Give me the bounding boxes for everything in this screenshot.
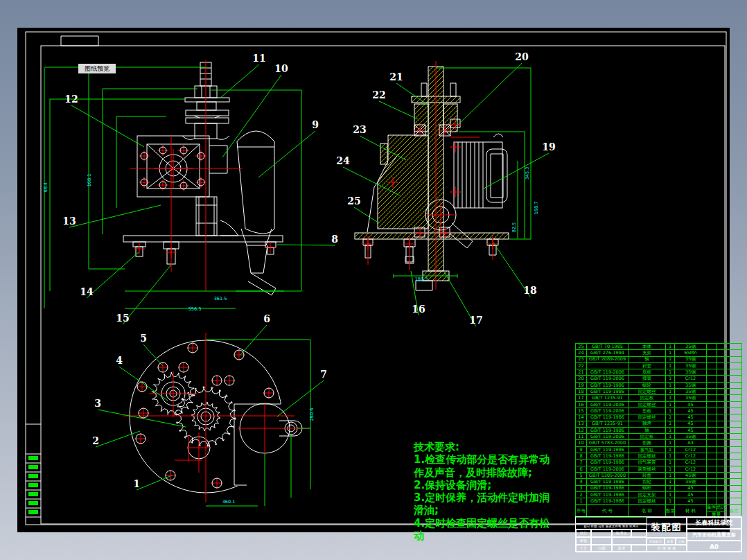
callout-number: 16 — [412, 304, 425, 315]
sheet-size: A0 — [687, 541, 741, 552]
stage-mark-label: 阶段标记 — [647, 538, 665, 545]
bom-row: 7GB/T 119-1986排气装置1Cr12 — [576, 460, 742, 466]
callout-number: 3 — [94, 398, 101, 409]
callout-leader — [277, 245, 335, 245]
callout-leader — [137, 475, 172, 490]
tech-requirement-line: 4.定时检查固定螺丝是否有松 — [414, 517, 577, 530]
callout-number: 5 — [140, 333, 147, 344]
technical-requirements: 技术要求:1.检查传动部分是否有异常动作及声音，及时排除故障;2.保持设备润滑;… — [414, 441, 577, 542]
bom-row: 21GB/T 119-2006底板135钢 — [576, 369, 742, 376]
callout-leader — [123, 265, 171, 324]
parts-list-table: 25GB/T 70-1985本体135钢24GB/T 276-1994支架165… — [575, 343, 742, 518]
revision-header: 标记 处数 分区 更改文件号 签名 年月日 — [576, 524, 647, 530]
callout-leader — [457, 63, 522, 126]
dimension-text: 360.1 — [222, 499, 236, 505]
title-block: 标记 处数 分区 更改文件号 签名 年月日 设计 标准化 审核 工艺 日期 批准… — [575, 516, 742, 552]
bom-row: 12GB/T 119-1986轴145 — [576, 427, 742, 433]
callout-leader — [484, 153, 549, 189]
project-name: 汽车发动机悬置支架 — [687, 529, 741, 541]
layout-tag[interactable]: 图纸预览 — [78, 64, 116, 73]
tech-requirement-line: 1.检查传动部分是否有异常动 — [414, 453, 577, 466]
designer-label: 设计 — [576, 530, 591, 537]
bom-row: 3GB/T 119-1986蜗杆145 — [576, 485, 742, 491]
callout-number: 25 — [347, 195, 360, 207]
frame-sign-marks — [28, 456, 38, 514]
callout-number: 11 — [252, 53, 265, 64]
tech-requirement-line: 滑油; — [414, 504, 577, 516]
date-label: 日期 — [591, 545, 612, 552]
callout-number: 21 — [389, 71, 403, 82]
callout-number: 13 — [62, 216, 76, 227]
scale-label: 比例 — [676, 538, 687, 545]
bom-row: 11GB/T 119-2006固定板135钢 — [576, 434, 742, 440]
callout-leader — [220, 64, 259, 98]
dimension-text: 82.5 — [511, 222, 517, 232]
bom-row: 16GB/T 119-2006固定螺丝145 — [576, 401, 742, 408]
bom-row: 9GB/T 119-1986蓄气缸1Cr12 — [576, 446, 742, 453]
dimension-text: 361.5 — [214, 296, 227, 301]
bom-header: 序号代 号名 称数量材 料单件总计备注 — [576, 505, 742, 511]
checker-label: 审核 — [576, 537, 591, 545]
tech-requirement-line: 动 — [414, 530, 577, 542]
callout-leader — [69, 205, 161, 227]
callout-number: 7 — [320, 369, 327, 380]
standardize-label: 标准化 — [612, 530, 631, 537]
drawing-canvas[interactable]: 1234567891011121314151617181920212223242… — [17, 28, 730, 532]
bom-row: 17GB/T 1235-91固定板135钢 — [576, 395, 742, 401]
dimension-text: 168.7 — [534, 202, 539, 215]
sheet-count: 共 张 第 张 — [647, 545, 687, 552]
dimension-text: 345.3 — [525, 167, 530, 180]
bom-table: 25GB/T 70-1985本体135钢24GB/T 276-1994支架165… — [575, 343, 742, 518]
callout-number: 22 — [372, 89, 385, 100]
callout-number: 6 — [263, 313, 270, 324]
callout-number: 4 — [116, 355, 123, 366]
process-label: 工艺 — [576, 545, 591, 552]
tech-requirement-line: 作及声音，及时排除故障; — [414, 466, 577, 479]
bom-row: 8GB/T 119-1986固定螺丝1Cr12 — [576, 453, 742, 460]
bom-row: 13GB/T 1235-91轴承145 — [576, 421, 742, 427]
callout-number: 20 — [515, 51, 529, 62]
dimension-text: 168.1 — [87, 174, 92, 187]
bom-row: 25GB/T 70-1985本体135钢 — [576, 344, 742, 350]
cad-viewer: 1234567891011121314151617181920212223242… — [0, 0, 747, 560]
callout-number: 23 — [353, 124, 366, 135]
callout-leader — [258, 131, 315, 177]
bom-row: 4GB/T 119-1986齿轮135钢 — [576, 479, 742, 485]
callout-number: 9 — [312, 119, 319, 130]
bom-row: 18GB/T 119-1986固定螺丝135钢 — [576, 389, 742, 395]
bom-row: 14GB/T 119-1986固定螺丝145 — [576, 414, 742, 421]
callout-leader — [240, 325, 267, 356]
tech-requirement-line: 2.保持设备润滑; — [414, 479, 577, 491]
callout-number: 24 — [336, 155, 350, 166]
callout-leader — [71, 105, 144, 147]
bom-row: 22衬套135钢 — [576, 362, 742, 369]
callout-number: 19 — [542, 141, 555, 152]
bom-row: 19GB/T 119-1986蜗轮135钢 — [576, 382, 742, 388]
callout-leader — [143, 344, 163, 366]
approve-label: 批准 — [612, 545, 631, 552]
dimension-text: 66.4 — [43, 182, 49, 192]
callout-leader — [222, 75, 281, 157]
callout-number: 1 — [133, 478, 140, 489]
bom-row: 24GB/T 276-1994支架165Mn — [576, 350, 742, 356]
callout-number: 8 — [331, 234, 338, 245]
callout-number: 18 — [523, 285, 536, 296]
dimension-text: 188.3 — [415, 277, 428, 282]
annotations: 1234567891011121314151617181920212223242… — [43, 51, 556, 505]
qty-label: 数量 — [665, 538, 676, 545]
bom-row: 10GB/T 5783-2000垫圈1A3 — [576, 440, 742, 446]
callout-number: 2 — [92, 435, 99, 446]
tech-requirement-line: 3.定时保养，活动件定时加润 — [414, 491, 577, 504]
school-name: 长春科技学院 — [687, 517, 741, 529]
bom-row: 20GB/T 119-2006弹簧1Cr12 — [576, 376, 742, 382]
callout-number: 17 — [469, 315, 482, 326]
dimension-text: 260.6 — [309, 408, 315, 421]
callout-leader — [379, 101, 418, 119]
bom-row: 5GB/T 5305-2000转盘145钢 — [576, 472, 742, 478]
callout-number: 12 — [64, 94, 78, 105]
bom-row: 2GB/T 119-1986固定支架145 — [576, 491, 742, 498]
callout-number: 14 — [80, 286, 94, 297]
bom-row: 1GB/T 119-1986固定螺丝145 — [576, 498, 742, 505]
dimension-text: 556.3 — [188, 306, 202, 312]
callout-leader — [354, 207, 379, 223]
